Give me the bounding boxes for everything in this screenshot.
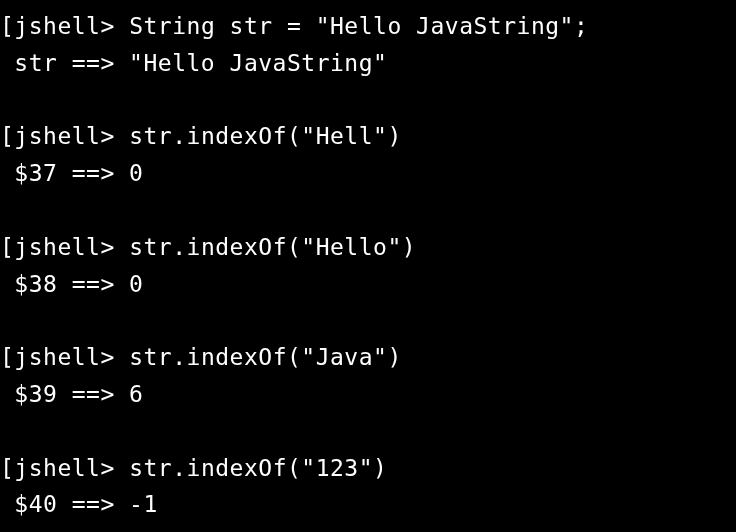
prompt-bracket: [ xyxy=(0,13,14,39)
command-text: str.indexOf("Java") xyxy=(129,344,402,370)
output-line: $40 ==> -1 xyxy=(0,486,736,523)
command-text: str.indexOf("123") xyxy=(129,455,387,481)
blank-line xyxy=(0,302,736,339)
terminal-output: [jshell> String str = "Hello JavaString"… xyxy=(0,8,736,523)
output-line: $37 ==> 0 xyxy=(0,155,736,192)
prompt-bracket: [ xyxy=(0,455,14,481)
prompt-line: [jshell> str.indexOf("Java") xyxy=(0,339,736,376)
output-line: str ==> "Hello JavaString" xyxy=(0,45,736,82)
prompt-line: [jshell> str.indexOf("123") xyxy=(0,450,736,487)
jshell-prompt: jshell> xyxy=(14,234,114,260)
blank-line xyxy=(0,82,736,119)
output-line: $38 ==> 0 xyxy=(0,266,736,303)
prompt-line: [jshell> str.indexOf("Hell") xyxy=(0,118,736,155)
jshell-prompt: jshell> xyxy=(14,123,114,149)
prompt-bracket: [ xyxy=(0,344,14,370)
prompt-line: [jshell> str.indexOf("Hello") xyxy=(0,229,736,266)
jshell-prompt: jshell> xyxy=(14,13,114,39)
blank-line xyxy=(0,192,736,229)
blank-line xyxy=(0,413,736,450)
jshell-prompt: jshell> xyxy=(14,455,114,481)
prompt-bracket: [ xyxy=(0,123,14,149)
command-text: String str = "Hello JavaString"; xyxy=(129,13,588,39)
command-text: str.indexOf("Hell") xyxy=(129,123,402,149)
prompt-bracket: [ xyxy=(0,234,14,260)
jshell-prompt: jshell> xyxy=(14,344,114,370)
prompt-line: [jshell> String str = "Hello JavaString"… xyxy=(0,8,736,45)
output-line: $39 ==> 6 xyxy=(0,376,736,413)
command-text: str.indexOf("Hello") xyxy=(129,234,416,260)
